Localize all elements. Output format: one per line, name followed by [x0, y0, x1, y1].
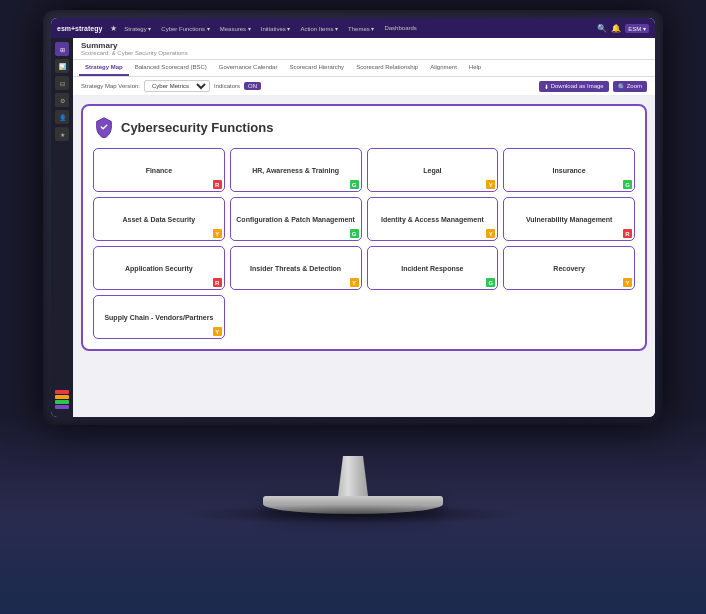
page-subtitle: Scorecard: & Cyber Security Operations — [81, 50, 647, 56]
card-appsec-badge: R — [213, 278, 222, 287]
stand-neck — [328, 456, 378, 496]
card-legal[interactable]: Legal Y — [367, 148, 499, 192]
cyber-title: Cybersecurity Functions — [121, 120, 273, 135]
nav-right-icons: 🔍 🔔 ESM ▾ — [597, 24, 649, 33]
card-identity-label: Identity & Access Management — [381, 215, 484, 224]
nav-cyber[interactable]: Cyber Functions ▾ — [158, 25, 212, 32]
card-incident-badge: G — [486, 278, 495, 287]
user-avatar[interactable]: ESM ▾ — [625, 24, 649, 33]
app-logo: esm+strategy — [57, 25, 102, 32]
scene: esm+strategy ★ Strategy ▾ Cyber Function… — [0, 0, 706, 614]
card-asset[interactable]: Asset & Data Security Y — [93, 197, 225, 241]
tab-strategy-map[interactable]: Strategy Map — [79, 60, 129, 76]
download-icon: ⬇ — [544, 83, 549, 90]
left-sidebar: ⊞ 📊 ⊟ ⚙ 👤 — [51, 38, 73, 417]
card-insurance-badge: G — [623, 180, 632, 189]
zoom-label: Zoom — [627, 83, 642, 89]
tab-hierarchy[interactable]: Scorecard Hierarchy — [283, 60, 350, 76]
version-label: Strategy Map Version: — [81, 83, 140, 89]
nav-dashboards[interactable]: Dashboards — [381, 25, 419, 31]
card-incident[interactable]: Incident Response G — [367, 246, 499, 290]
card-finance-label: Finance — [146, 166, 172, 175]
card-config-label: Configuration & Patch Management — [236, 215, 355, 224]
download-button[interactable]: ⬇ Download as Image — [539, 81, 609, 92]
tab-bar: Strategy Map Balanced Scorecard (BSC) Go… — [73, 60, 655, 77]
nav-initiatives[interactable]: Initiatives ▾ — [258, 25, 294, 32]
shield-icon — [93, 116, 115, 138]
card-insurance[interactable]: Insurance G — [503, 148, 635, 192]
controls-bar: Strategy Map Version: Cyber Metrics Indi… — [73, 77, 655, 96]
indicators-label: Indicators — [214, 83, 240, 89]
strategy-map-area: Cybersecurity Functions Finance R — [73, 96, 655, 417]
color-green — [55, 400, 69, 404]
card-hr-label: HR, Awareness & Training — [252, 166, 339, 175]
cards-grid: Finance R HR, Awareness & Training G Leg… — [93, 148, 635, 339]
monitor-shadow — [178, 504, 528, 524]
card-config-badge: G — [350, 229, 359, 238]
card-vulnerability-label: Vulnerability Management — [526, 215, 612, 224]
card-vulnerability-badge: R — [623, 229, 632, 238]
sidebar-star-icon[interactable]: ★ — [55, 127, 69, 141]
tab-help[interactable]: Help — [463, 60, 487, 76]
card-supply-chain[interactable]: Supply Chain - Vendors/Partners Y — [93, 295, 225, 339]
zoom-button[interactable]: 🔍 Zoom — [613, 81, 647, 92]
cybersecurity-box: Cybersecurity Functions Finance R — [81, 104, 647, 351]
sidebar-chart-icon[interactable]: 📊 — [55, 59, 69, 73]
nav-action-items[interactable]: Action Items ▾ — [297, 25, 341, 32]
tab-governance[interactable]: Governance Calendar — [213, 60, 284, 76]
card-recovery-badge: Y — [623, 278, 632, 287]
sidebar-user-icon[interactable]: 👤 — [55, 110, 69, 124]
tab-bsc[interactable]: Balanced Scorecard (BSC) — [129, 60, 213, 76]
card-insider-badge: Y — [350, 278, 359, 287]
download-label: Download as Image — [551, 83, 604, 89]
cyber-header: Cybersecurity Functions — [93, 116, 635, 138]
card-identity[interactable]: Identity & Access Management Y — [367, 197, 499, 241]
tab-alignment[interactable]: Alignment — [424, 60, 463, 76]
zoom-icon: 🔍 — [618, 83, 625, 90]
monitor-screen: esm+strategy ★ Strategy ▾ Cyber Function… — [51, 18, 655, 417]
card-asset-label: Asset & Data Security — [122, 215, 195, 224]
color-yellow — [55, 395, 69, 399]
sidebar-home-icon[interactable]: ⊞ — [55, 42, 69, 56]
indicators-badge[interactable]: ON — [244, 82, 261, 90]
card-supply-chain-badge: Y — [213, 327, 222, 336]
sidebar-color-bar — [55, 390, 69, 409]
card-config[interactable]: Configuration & Patch Management G — [230, 197, 362, 241]
main-content: Summary Scorecard: & Cyber Security Oper… — [73, 38, 655, 417]
color-purple — [55, 405, 69, 409]
card-hr[interactable]: HR, Awareness & Training G — [230, 148, 362, 192]
card-legal-badge: Y — [486, 180, 495, 189]
card-legal-label: Legal — [423, 166, 441, 175]
card-asset-badge: Y — [213, 229, 222, 238]
monitor-bezel: esm+strategy ★ Strategy ▾ Cyber Function… — [43, 10, 663, 425]
page-header: Summary Scorecard: & Cyber Security Oper… — [73, 38, 655, 60]
nav-strategy[interactable]: Strategy ▾ — [121, 25, 154, 32]
card-insider-label: Insider Threats & Detection — [250, 264, 341, 273]
card-appsec[interactable]: Application Security R — [93, 246, 225, 290]
sidebar-grid-icon[interactable]: ⊟ — [55, 76, 69, 90]
version-select[interactable]: Cyber Metrics — [144, 80, 210, 92]
nav-star: ★ — [110, 24, 117, 33]
card-identity-badge: Y — [486, 229, 495, 238]
card-incident-label: Incident Response — [401, 264, 463, 273]
card-finance-badge: R — [213, 180, 222, 189]
nav-measures[interactable]: Measures ▾ — [217, 25, 254, 32]
card-insider[interactable]: Insider Threats & Detection Y — [230, 246, 362, 290]
app-layout: ⊞ 📊 ⊟ ⚙ 👤 — [51, 38, 655, 417]
card-vulnerability[interactable]: Vulnerability Management R — [503, 197, 635, 241]
card-finance[interactable]: Finance R — [93, 148, 225, 192]
card-supply-chain-label: Supply Chain - Vendors/Partners — [104, 313, 213, 322]
sidebar-settings-icon[interactable]: ⚙ — [55, 93, 69, 107]
controls-right: ⬇ Download as Image 🔍 Zoom — [539, 81, 647, 92]
monitor: esm+strategy ★ Strategy ▾ Cyber Function… — [43, 10, 663, 430]
card-insurance-label: Insurance — [553, 166, 586, 175]
card-recovery-label: Recovery — [553, 264, 585, 273]
card-appsec-label: Application Security — [125, 264, 193, 273]
tab-relationship[interactable]: Scorecard Relationship — [350, 60, 424, 76]
page-title: Summary — [81, 41, 647, 50]
bell-icon[interactable]: 🔔 — [611, 24, 621, 33]
nav-themes[interactable]: Themes ▾ — [345, 25, 377, 32]
card-recovery[interactable]: Recovery Y — [503, 246, 635, 290]
search-icon[interactable]: 🔍 — [597, 24, 607, 33]
card-hr-badge: G — [350, 180, 359, 189]
